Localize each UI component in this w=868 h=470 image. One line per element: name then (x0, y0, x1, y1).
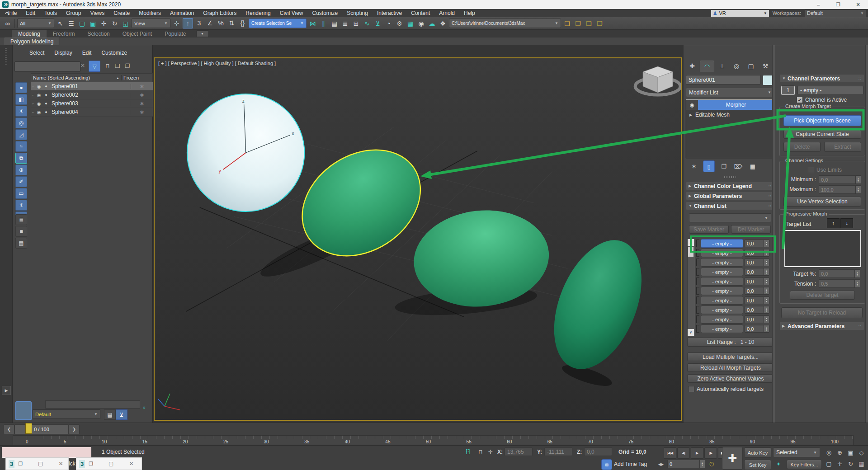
clear-search-icon[interactable]: ✕ (80, 62, 85, 69)
explorer-menu-item[interactable]: Edit (78, 50, 96, 56)
lock-icon[interactable]: ⊓ (103, 61, 112, 70)
explorer-column-headers[interactable]: Name (Sorted Ascending) ▲ Frozen (31, 73, 153, 82)
rendered-frame-window-icon[interactable]: ▦ (406, 19, 415, 28)
viewport-frame[interactable]: [ + ] [ Perspective ] [ High Quality ] [… (154, 57, 682, 421)
snaps-toggle-icon[interactable]: 3 (194, 18, 204, 28)
align-icon[interactable]: ∥ (319, 19, 328, 28)
ribbon-options-dropdown[interactable]: ▼ (196, 30, 209, 37)
object-name[interactable]: Sphere001 (50, 83, 131, 89)
taskbar-window-1[interactable]: 3 ❐ ▢ ✕ (5, 457, 69, 470)
material-name-field[interactable] (45, 400, 140, 409)
display-containers-icon[interactable]: ▭ (15, 188, 27, 199)
use-vertex-selection-button[interactable]: Use Vertex Selection (783, 197, 861, 207)
select-by-name-icon[interactable]: ☰ (66, 19, 76, 28)
channel-scrollbar[interactable]: ∧ ∨ (687, 239, 695, 336)
reference-coordinate-dropdown[interactable]: View▼ (132, 19, 170, 28)
filter-icon[interactable]: ▽ (89, 61, 100, 72)
close-window-icon[interactable]: ✕ (129, 461, 133, 467)
menu-item[interactable]: Graph Editors (198, 10, 241, 16)
scroll-up-icon[interactable]: ∧ (688, 239, 694, 246)
display-lights-icon[interactable]: ☀ (15, 106, 27, 117)
pick-object-from-scene-button[interactable]: Pick Object from Scene (783, 115, 861, 126)
set-key-button[interactable]: Set Key (744, 460, 771, 470)
sphere4[interactable] (537, 227, 659, 382)
selection-region-icon[interactable]: ⁅⁆ (463, 447, 472, 456)
morph-channel-row[interactable]: - empty - 0,0▲▼ (696, 315, 774, 324)
material-editor-icon[interactable]: ◔ (384, 19, 393, 28)
schematic-view-icon[interactable]: ⊻ (373, 19, 382, 28)
viewport[interactable]: [ + ] [ Perspective ] [ High Quality ] [… (153, 45, 684, 423)
swatch-icon[interactable]: ■ (15, 226, 27, 237)
load-multiple-targets-button[interactable]: Load Multiple Targets... (687, 352, 774, 361)
render-dot-icon[interactable]: ● (42, 93, 50, 97)
menu-item[interactable]: Tools (40, 10, 61, 16)
undo-icon[interactable]: ↶ (3, 0, 12, 9)
timeline-ruler[interactable]: 0510152025303540455055606570758085909510… (13, 435, 854, 445)
channel-value-spinner[interactable]: 0,0▲▼ (745, 287, 769, 295)
menu-item[interactable]: Modifiers (134, 10, 165, 16)
curve-editor-icon[interactable]: ∿ (362, 19, 372, 28)
no-target-to-reload-button[interactable]: No Target to Reload (781, 307, 863, 318)
set-keys-button[interactable]: ✚ (722, 447, 743, 470)
pan-icon[interactable]: ✛ (835, 458, 845, 469)
display-space-warps-icon[interactable]: ≈ (15, 141, 27, 152)
channel-active-checkbox[interactable]: ✔ (797, 97, 803, 103)
menu-item[interactable]: Civil View (275, 10, 308, 16)
create-tab[interactable]: ✚ (685, 61, 699, 71)
expand-panel-button[interactable]: ▶ (2, 386, 11, 395)
named-selection-dropdown[interactable]: Create Selection Se▼ (249, 19, 307, 28)
view-cube[interactable] (635, 66, 680, 95)
go-to-start-button[interactable]: |◀◀ (664, 447, 676, 459)
taskbar-window-2[interactable]: 3 ❐ ▢ ✕ (76, 457, 142, 470)
dock-grip-handle[interactable] (5, 48, 7, 66)
display-xrefs-icon[interactable]: ⊕ (15, 164, 27, 175)
scene-object-row[interactable]: ⌐ ◉ ● Sphere004 ✻ (31, 108, 153, 117)
rollout-drag-dots[interactable] (724, 176, 736, 178)
channel-button[interactable]: - empty - (701, 287, 743, 295)
play-button[interactable]: ▶ (691, 447, 703, 459)
frozen-toggle-icon[interactable]: ✻ (131, 110, 153, 115)
channel-value-spinner[interactable]: 0,0▲▼ (745, 258, 769, 266)
left-column-scrollbar[interactable] (772, 45, 775, 423)
display-particles-icon[interactable]: ✳ (15, 200, 27, 211)
channel-value-spinner[interactable]: 0,0▲▼ (745, 249, 769, 257)
folder-settings-icon[interactable]: ❐ (595, 19, 604, 28)
channel-value-spinner[interactable]: 0,0▲▼ (745, 296, 769, 304)
channel-button[interactable]: - empty - (701, 324, 743, 333)
scene-object-row[interactable]: ⌐ ◉ ● Sphere001 ✻ (31, 82, 153, 91)
channel-value-spinner[interactable]: 0,0▲▼ (745, 240, 769, 247)
morph-channel-row[interactable]: - empty - 0,0▲▼ (696, 277, 774, 286)
polygon-modeling-tab[interactable]: Polygon Modeling (5, 38, 59, 45)
channel-button[interactable]: - empty - (701, 306, 743, 314)
display-groups-icon[interactable]: ⧉ (15, 153, 27, 164)
hierarchy-tab[interactable]: ⊥ (715, 61, 729, 71)
select-and-link-icon[interactable]: ∞ (3, 19, 12, 28)
target-listbox[interactable] (784, 230, 861, 267)
list-range-button[interactable]: List Range :1 - 10 (687, 337, 774, 347)
rectangular-selection-region-icon[interactable]: ▢ (77, 19, 87, 28)
morph-channel-row[interactable]: - empty - 0,0▲▼ (696, 305, 774, 315)
explorer-menu-item[interactable]: Customize (97, 50, 131, 56)
morph-channel-row[interactable]: - empty - 0,0▲▼ (696, 258, 774, 267)
sign-in-dropdown[interactable]: ♟ VR▼ (711, 10, 769, 17)
frozen-toggle-icon[interactable]: ✻ (131, 93, 153, 98)
remove-modifier-icon[interactable]: ⌦ (733, 161, 744, 172)
folder-copy-icon[interactable]: ❏ (584, 19, 594, 28)
zoom-all-icon[interactable]: ⊕ (835, 447, 845, 458)
configure-modifier-sets-icon[interactable]: ▦ (747, 161, 758, 172)
del-marker-button[interactable]: Del Marker (731, 225, 771, 234)
next-frame-nav[interactable]: ❯ (69, 424, 80, 434)
selection-lock-icon[interactable]: ⊓ (476, 447, 485, 456)
name-column-header[interactable]: Name (Sorted Ascending) (31, 75, 90, 80)
menu-item[interactable]: Arnold (434, 10, 459, 16)
ribbon-tab[interactable]: Freeform (47, 30, 81, 38)
folder-link-icon[interactable]: ❐ (573, 19, 583, 28)
rollout-advanced-parameters[interactable]: ▶Advanced Parameters∷ (779, 322, 864, 330)
ribbon-tab[interactable]: Modeling (12, 30, 47, 38)
object-name[interactable]: Sphere003 (50, 100, 131, 107)
menu-item[interactable]: Rendering (241, 10, 275, 16)
add-time-tag-label[interactable]: Add Time Tag (614, 461, 647, 467)
time-tag-icon[interactable]: ⧈ (601, 459, 612, 470)
layers-icon[interactable]: ▤ (104, 409, 116, 420)
maximum-spinner[interactable]: 100,0▲▼ (819, 185, 861, 194)
